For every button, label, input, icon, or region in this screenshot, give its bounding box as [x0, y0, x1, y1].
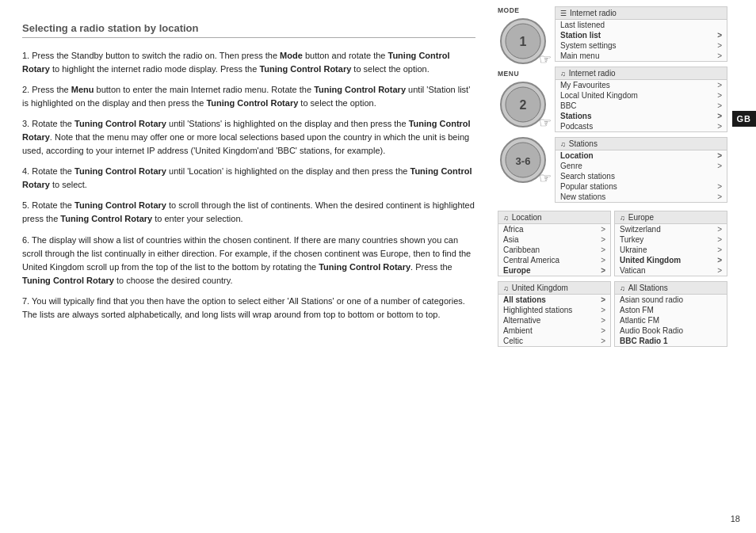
menu-item-alternative: Alternative>	[498, 315, 610, 326]
menu-item-celtic: Celtic>	[498, 336, 610, 346]
panel-header-europe: ♫ Europe	[615, 211, 727, 224]
menu-item-stations: Stations>	[556, 111, 727, 121]
menu-item-atlantic-fm: Atlantic FM	[615, 315, 727, 326]
menu-item-aston-fm: Aston FM	[615, 305, 727, 315]
menu-item-genre: Genre>	[556, 161, 727, 171]
internet-radio-panel-1: ☰ Internet radio Last listened Station l…	[555, 6, 727, 62]
menu-item-bbc-radio-1: BBC Radio 1	[615, 336, 727, 346]
menu-item-my-favourites: My Favourites>	[556, 80, 727, 90]
menu-item-europe: Europe>	[498, 265, 610, 276]
panel-title-uk: United Kingdom	[512, 284, 568, 292]
panel-title-ir1: Internet radio	[570, 9, 617, 17]
menu-item-asia: Asia>	[498, 234, 610, 245]
panel-header-uk: ♫ United Kingdom	[498, 282, 610, 295]
menu-item-turkey: Turkey>	[615, 234, 727, 245]
hand-icon-1: ☞	[539, 51, 552, 68]
menu-item-ambient: Ambient>	[498, 326, 610, 336]
stations-panel: ♫ Stations Location> Genre> Search stati…	[555, 137, 727, 203]
menu-item-highlighted: Highlighted stations>	[498, 305, 610, 315]
panel-title-ir2: Internet radio	[569, 69, 616, 78]
knob-menu: MENU 2 ☞	[498, 70, 548, 130]
united-kingdom-panel: ♫ United Kingdom All stations> Highlight…	[498, 281, 611, 347]
svg-text:3-6: 3-6	[516, 155, 531, 167]
menu-item-ukraine: Ukraine>	[615, 245, 727, 255]
panel-icon-ir2: ♫	[560, 70, 566, 78]
menu-item-caribbean: Caribbean>	[498, 245, 610, 255]
page: GB Selecting a radio station by location…	[0, 0, 756, 533]
step-5: 5. Rotate the Tuning Control Rotary to s…	[22, 199, 475, 226]
knob-mode: MODE 1 ☞	[498, 6, 548, 67]
europe-panel: ♫ Europe Switzerland> Turkey> Ukraine> U…	[614, 211, 727, 276]
panel-title-stations: Stations	[569, 139, 598, 148]
hand-icon-3: ☞	[539, 169, 552, 187]
gb-tab: GB	[732, 111, 757, 127]
menu-item-podcasts: Podcasts>	[556, 121, 727, 131]
panel-header-all-stations: ♫ All Stations	[615, 282, 727, 295]
panel-title-location: Location	[512, 213, 542, 222]
panel-header-ir1: ☰ Internet radio	[556, 7, 727, 20]
page-title: Selecting a radio station by location	[22, 22, 475, 38]
step-4: 4. Rotate the Tuning Control Rotary unti…	[22, 165, 475, 192]
knob-3-6: 3-6 ☞	[498, 133, 548, 185]
menu-item-main-menu: Main menu>	[556, 51, 727, 61]
mode-label: MODE	[498, 6, 520, 14]
step-2: 2. Press the Menu button to enter the ma…	[22, 83, 475, 110]
menu-item-popular-stations: Popular stations>	[556, 181, 727, 192]
internet-radio-panel-2: ♫ Internet radio My Favourites> Local Un…	[555, 67, 727, 132]
panel-title-europe: Europe	[628, 213, 654, 222]
panel-title-all-stations: All Stations	[628, 284, 668, 292]
menu-item-last-listened: Last listened	[556, 20, 727, 30]
menu-item-switzerland: Switzerland>	[615, 224, 727, 234]
panel-icon-uk: ♫	[503, 284, 509, 292]
panel-icon-europe: ♫	[620, 214, 625, 222]
menu-item-audio-book: Audio Book Radio	[615, 326, 727, 336]
menu-item-united-kingdom: United Kingdom>	[615, 255, 727, 265]
right-panel: MODE 1 ☞ MENU	[491, 0, 737, 533]
menu-label: MENU	[498, 70, 519, 78]
all-stations-panel: ♫ All Stations Asian sound radio Aston F…	[614, 281, 727, 347]
panel-icon-location: ♫	[503, 214, 509, 222]
menu-item-asian-sound: Asian sound radio	[615, 295, 727, 305]
step-3: 3. Rotate the Tuning Control Rotary unti…	[22, 117, 475, 158]
step-6: 6. The display will show a list of count…	[22, 234, 475, 287]
panel-icon-stations: ♫	[560, 140, 566, 148]
menu-item-vatican: Vatican>	[615, 265, 727, 276]
panel-icon-ir1: ☰	[560, 10, 567, 17]
menu-item-location: Location>	[556, 150, 727, 161]
svg-text:2: 2	[520, 98, 527, 112]
menu-item-station-list: Station list>	[556, 30, 727, 40]
panel-header-location: ♫ Location	[498, 211, 610, 224]
page-number: 18	[731, 514, 740, 523]
steps-container: 1. Press the Standby button to switch th…	[22, 49, 475, 322]
lower-panels: ♫ Location Africa> Asia> Caribbean> Cent…	[498, 211, 727, 348]
panel-icon-all-stations: ♫	[620, 284, 625, 292]
step-1: 1. Press the Standby button to switch th…	[22, 49, 475, 76]
menu-item-system-settings: System settings>	[556, 40, 727, 51]
location-panel: ♫ Location Africa> Asia> Caribbean> Cent…	[498, 211, 611, 276]
panel-header-stations: ♫ Stations	[556, 138, 727, 150]
step-7: 7. You will typically find that you then…	[22, 295, 475, 322]
menu-item-central-america: Central America>	[498, 255, 610, 265]
panel-header-ir2: ♫ Internet radio	[556, 67, 727, 80]
hand-icon-2: ☞	[539, 114, 552, 131]
svg-text:1: 1	[520, 35, 527, 48]
menu-item-all-stations: All stations>	[498, 295, 610, 305]
menu-item-bbc: BBC>	[556, 101, 727, 111]
menu-item-new-stations: New stations>	[556, 192, 727, 202]
left-content: Selecting a radio station by location 1.…	[0, 0, 491, 533]
menu-item-search-stations: Search stations	[556, 171, 727, 181]
menu-item-local-uk: Local United Kingdom>	[556, 90, 727, 101]
menu-item-africa: Africa>	[498, 224, 610, 234]
